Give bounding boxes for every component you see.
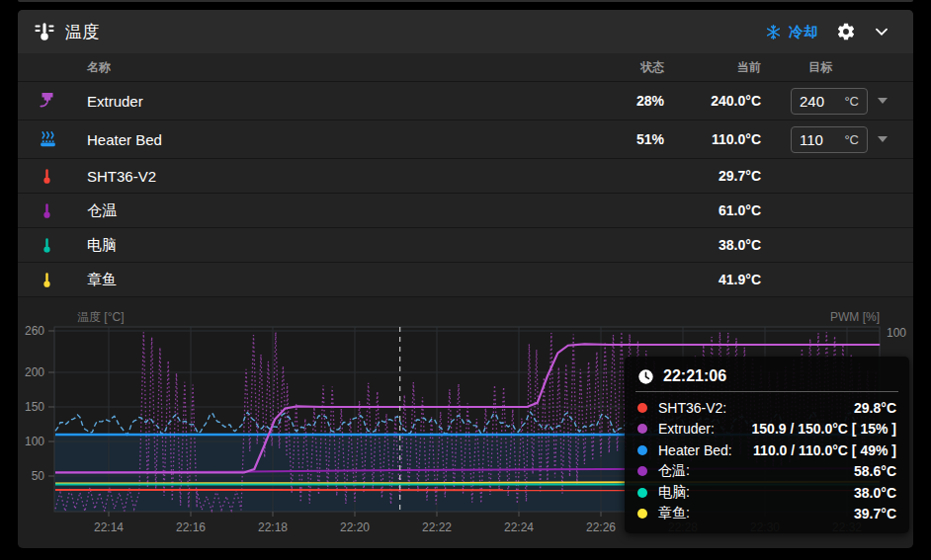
tooltip-row: Heater Bed:110.0 / 110.0°C [ 49% ] bbox=[637, 440, 896, 461]
table-row: 仓温 61.0°C bbox=[18, 194, 913, 228]
temperature-panel: 温度 冷却 名 bbox=[18, 10, 913, 548]
gear-icon bbox=[836, 22, 856, 41]
table-row: 电脑 38.0°C bbox=[18, 228, 913, 263]
sensor-name: 电脑 bbox=[67, 236, 565, 255]
x-axis-tick: 22:14 bbox=[94, 520, 124, 534]
right-axis-tick: 100 bbox=[887, 326, 906, 340]
unit-label: °C bbox=[844, 132, 859, 147]
tooltip-series-value: 110.0 / 110.0°C [ 49% ] bbox=[753, 442, 896, 458]
column-header-target: 目标 bbox=[761, 59, 913, 76]
thermometer-icon bbox=[38, 271, 56, 289]
tooltip-series-label: Extruder: bbox=[658, 421, 715, 437]
target-temp-input[interactable] bbox=[800, 131, 837, 148]
cooling-label: 冷却 bbox=[789, 23, 818, 41]
sensor-current: 29.7°C bbox=[664, 168, 761, 184]
right-axis-title: PWM [%] bbox=[830, 310, 880, 324]
series-dot bbox=[637, 403, 647, 413]
chart-tooltip: 22:21:06 SHT36-V2:29.8°CExtruder:150.9 /… bbox=[625, 357, 909, 533]
tooltip-series-value: 58.6°C bbox=[854, 463, 896, 479]
left-axis-title: 温度 [°C] bbox=[77, 310, 124, 324]
tooltip-row: 电脑:38.0°C bbox=[637, 482, 896, 504]
heater-current: 240.0°C bbox=[664, 93, 761, 109]
column-header-current: 当前 bbox=[664, 59, 761, 76]
tooltip-series-value: 39.7°C bbox=[854, 506, 896, 521]
tooltip-row: 仓温:58.6°C bbox=[637, 461, 896, 483]
previous-panel-edge bbox=[18, 0, 913, 2]
series-dot bbox=[637, 445, 647, 455]
series-dot bbox=[637, 424, 647, 434]
heater-name: Heater Bed bbox=[67, 131, 565, 148]
thermometer-icon bbox=[38, 236, 56, 255]
target-temp-field[interactable]: °C bbox=[791, 88, 868, 115]
preset-dropdown-caret[interactable] bbox=[878, 136, 888, 142]
tooltip-series-label: Heater Bed: bbox=[658, 442, 732, 458]
sensor-current: 38.0°C bbox=[664, 237, 761, 253]
tooltip-row: Extruder:150.9 / 150.0°C [ 15% ] bbox=[637, 419, 896, 440]
tooltip-series-value: 150.9 / 150.0°C [ 15% ] bbox=[752, 421, 896, 437]
left-axis-tick: 50 bbox=[32, 469, 45, 483]
snowflake-icon bbox=[765, 24, 782, 40]
x-axis-tick: 22:24 bbox=[504, 520, 534, 534]
left-axis-tick: 100 bbox=[25, 435, 44, 448]
temperature-chart[interactable]: 2602001501005022:1422:1622:1822:2022:222… bbox=[18, 297, 913, 548]
preset-dropdown-caret[interactable] bbox=[878, 98, 888, 104]
x-axis-tick: 22:16 bbox=[176, 520, 206, 534]
heater-state: 51% bbox=[565, 131, 664, 147]
heater-current: 110.0°C bbox=[664, 131, 761, 147]
thermometer-lines-icon bbox=[34, 21, 55, 42]
x-axis-tick: 22:18 bbox=[258, 520, 288, 534]
tooltip-time: 22:21:06 bbox=[663, 367, 726, 385]
tooltip-series-label: 仓温: bbox=[658, 462, 690, 480]
x-axis-tick: 22:20 bbox=[340, 520, 370, 534]
sensor-name: 章鱼 bbox=[67, 271, 565, 289]
thermometer-icon bbox=[38, 201, 56, 220]
heater-name: Extruder bbox=[67, 93, 565, 110]
tooltip-series-label: 电脑: bbox=[658, 484, 690, 502]
x-axis-tick: 22:26 bbox=[586, 520, 616, 534]
nozzle-icon bbox=[38, 91, 57, 111]
tooltip-series-label: 章鱼: bbox=[658, 505, 690, 522]
unit-label: °C bbox=[844, 94, 859, 109]
tooltip-time-row: 22:21:06 bbox=[637, 364, 896, 391]
table-row: 章鱼 41.9°C bbox=[18, 263, 913, 297]
tooltip-series-value: 29.8°C bbox=[854, 400, 896, 416]
series-dot bbox=[637, 466, 647, 476]
collapse-button[interactable] bbox=[864, 14, 899, 49]
sensor-name: SHT36-V2 bbox=[67, 168, 565, 185]
target-temp-field[interactable]: °C bbox=[791, 126, 868, 153]
series-dot bbox=[637, 488, 647, 498]
x-axis-tick: 22:22 bbox=[422, 520, 452, 534]
chevron-down-icon bbox=[871, 21, 892, 42]
left-axis-tick: 260 bbox=[25, 324, 44, 338]
sensor-current: 41.9°C bbox=[664, 272, 761, 287]
left-axis-tick: 200 bbox=[25, 365, 44, 379]
heater-bed-icon bbox=[38, 129, 58, 150]
table-header-row: 名称 状态 当前 目标 bbox=[18, 53, 913, 82]
column-header-name: 名称 bbox=[67, 59, 565, 76]
column-header-state: 状态 bbox=[565, 59, 664, 76]
left-axis-tick: 150 bbox=[25, 400, 44, 414]
table-row: Extruder 28% 240.0°C °C bbox=[18, 82, 913, 120]
series-dot bbox=[637, 509, 647, 519]
panel-title: 温度 bbox=[65, 21, 100, 43]
table-row: SHT36-V2 29.7°C bbox=[18, 159, 913, 194]
settings-button[interactable] bbox=[828, 14, 864, 49]
panel-header: 温度 冷却 bbox=[18, 10, 913, 53]
table-row: Heater Bed 51% 110.0°C °C bbox=[18, 120, 913, 159]
tooltip-series-value: 38.0°C bbox=[854, 485, 896, 501]
target-temp-input[interactable] bbox=[800, 93, 837, 110]
heater-state: 28% bbox=[565, 93, 664, 109]
sensor-name: 仓温 bbox=[67, 201, 565, 220]
thermometer-icon bbox=[38, 167, 56, 186]
cooling-button[interactable]: 冷却 bbox=[755, 17, 828, 47]
tooltip-row: 章鱼:39.7°C bbox=[637, 504, 896, 525]
tooltip-series-label: SHT36-V2: bbox=[658, 400, 726, 416]
sensor-current: 61.0°C bbox=[664, 202, 761, 218]
clock-icon bbox=[637, 368, 654, 385]
tooltip-row: SHT36-V2:29.8°C bbox=[637, 397, 896, 419]
